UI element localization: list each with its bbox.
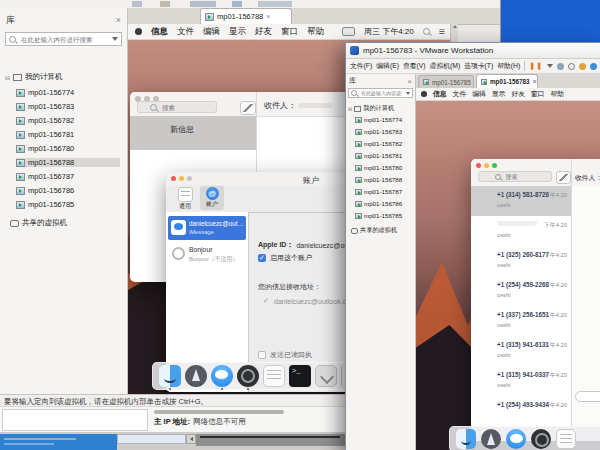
conversation-search-input[interactable] (504, 173, 536, 181)
tree-item-vm[interactable]: mp01-156782 (16, 116, 74, 125)
checkbox-unchecked-icon[interactable] (258, 351, 266, 359)
tree-item-my-computer[interactable]: ⊟ 我的计算机 (5, 72, 63, 82)
to-placeholder-smudge[interactable] (298, 103, 332, 108)
conversation-search[interactable] (478, 171, 552, 182)
tree-item-vm[interactable]: mp01-156780 (16, 144, 74, 153)
suspend-button[interactable]: ❚❚ (529, 62, 543, 70)
menu-help[interactable]: 帮助 (307, 26, 324, 38)
conversation-row[interactable]: +1 (254) 459-2268 下午4:20 ceshi (471, 276, 571, 306)
notification-center-icon[interactable]: ☰ (439, 28, 450, 36)
checkbox-gray-icon[interactable]: ✓ (262, 297, 270, 305)
finder-icon[interactable] (456, 429, 476, 449)
tree-item-vm[interactable]: mp01-156785 (355, 212, 402, 219)
library-search-input[interactable] (19, 35, 109, 44)
menu-edit[interactable]: 编辑 (203, 26, 220, 38)
conversation-search-input[interactable] (160, 103, 204, 112)
menu-file[interactable]: 文件 (453, 89, 467, 99)
menu-edit[interactable]: 编辑 (472, 89, 486, 99)
tree-item-vm[interactable]: mp01-156786 (16, 186, 74, 195)
search-dropdown-icon[interactable] (406, 92, 410, 95)
spotlight-icon[interactable] (423, 28, 430, 35)
read-receipts-row[interactable]: 发送已读回执 (258, 350, 312, 360)
menu-messages[interactable]: 信息 (151, 26, 168, 38)
menu-help[interactable]: 帮助(H) (497, 61, 520, 71)
apple-menu-icon[interactable] (135, 28, 142, 35)
account-item-imessage[interactable]: danielcuezc@outlo… iMessage (168, 216, 246, 240)
menu-view[interactable]: 显示 (229, 26, 246, 38)
snapshot-revert-icon[interactable] (579, 63, 586, 70)
snapshot-manager-icon[interactable] (590, 63, 597, 70)
tree-item-vm[interactable]: mp01-156783 (355, 128, 402, 135)
conversation-row[interactable]: +1 (315) 941-0337 下午4:20 ceshi (471, 366, 571, 396)
tree-item-vm[interactable]: mp01-156781 (16, 130, 74, 139)
conversation-search[interactable] (137, 101, 217, 113)
tree-item-vm[interactable]: mp01-156785 (16, 200, 74, 209)
conversation-row[interactable]: +1 (254) 493-9434 下午4:20 (471, 396, 571, 426)
tree-item-vm-selected[interactable]: mp01-156788 (16, 158, 120, 167)
minimize-button[interactable] (484, 163, 489, 168)
menu-vm[interactable]: 虚拟机(M) (430, 61, 461, 71)
tree-item-vm[interactable]: mp01-156788 (355, 176, 402, 183)
messages-icon[interactable] (211, 365, 233, 387)
menu-help[interactable]: 帮助 (551, 89, 565, 99)
send-ctrl-alt-del-icon[interactable] (557, 63, 564, 70)
menu-messages[interactable]: 信息 (433, 89, 447, 99)
tree-item-vm[interactable]: mp01-156783 (16, 102, 74, 111)
menu-buddies[interactable]: 好友 (511, 89, 525, 99)
menu-edit[interactable]: 编辑(E) (376, 61, 399, 71)
tree-item-vm[interactable]: mp01-156787 (16, 172, 74, 181)
tree-item-my-computer[interactable]: ⊟ 我的计算机 (348, 104, 394, 113)
tree-item-vm[interactable]: mp01-156786 (355, 200, 402, 207)
launchpad-icon[interactable] (185, 365, 207, 387)
search-dropdown-icon[interactable] (112, 37, 118, 41)
hscroll-track[interactable] (117, 434, 186, 444)
message-input[interactable]: Message (575, 391, 600, 402)
reached-at-row[interactable]: ✓ danielcuezc@outlook.com (262, 297, 356, 305)
library-search-input[interactable] (359, 89, 404, 97)
tree-item-vm[interactable]: mp01-156774 (355, 116, 402, 123)
conversation-row[interactable]: +1 (314) 581-8726 下午4:20 ceshi (471, 186, 571, 216)
compose-button[interactable] (240, 101, 256, 115)
installer-icon[interactable] (315, 365, 337, 387)
menu-view[interactable]: 显示 (492, 89, 506, 99)
zoom-button[interactable] (492, 163, 497, 168)
terminal-icon[interactable] (289, 365, 311, 387)
tab-close-icon[interactable]: × (533, 78, 537, 85)
compose-button[interactable] (556, 171, 571, 184)
menu-tabs[interactable]: 选项卡(T) (464, 61, 493, 71)
apple-menu-icon[interactable] (421, 91, 427, 97)
tree-item-vm[interactable]: mp01-156787 (355, 188, 402, 195)
taskbar-active-task[interactable] (0, 434, 117, 450)
library-close-icon[interactable]: × (407, 78, 412, 85)
tree-item-vm[interactable]: mp01-156774 (16, 88, 74, 97)
launchpad-icon[interactable] (481, 429, 501, 449)
prefs-tab-accounts[interactable]: @ 账户 (200, 186, 224, 210)
tree-item-vm[interactable]: mp01-156781 (355, 152, 402, 159)
tree-item-vm[interactable]: mp01-156780 (355, 164, 402, 171)
menu-file[interactable]: 文件 (177, 26, 194, 38)
titlebar[interactable]: mp01-156783 - VMware Workstation (346, 43, 600, 59)
tab-mp01-156785[interactable]: mp01-156785 × (418, 75, 474, 88)
menu-buddies[interactable]: 好友 (255, 26, 272, 38)
conversation-row[interactable]: +1 (325) 260-8177 下午4:20 ceshi (471, 246, 571, 276)
prefs-tab-general[interactable]: 通用 (174, 187, 196, 211)
menu-window[interactable]: 窗口 (281, 26, 298, 38)
app-wheel-icon[interactable] (531, 429, 551, 449)
textedit-icon[interactable] (556, 429, 576, 449)
tree-item-vm[interactable]: mp01-156782 (355, 140, 402, 147)
library-search[interactable] (5, 32, 122, 46)
menu-extra-icon[interactable] (342, 27, 355, 36)
menu-view[interactable]: 查看(V) (403, 61, 426, 71)
tree-item-shared-vms[interactable]: 共享的虚拟机 (351, 226, 397, 235)
hscroll-left-arrow[interactable] (186, 434, 196, 444)
enable-account-row[interactable]: ✓ 启用这个账户 (258, 253, 312, 263)
tab-mp01-156788[interactable]: mp01-156788 × (200, 8, 292, 24)
menu-file[interactable]: 文件(F) (350, 61, 372, 71)
conversation-row[interactable]: +1 (315) 941-6131 下午4:20 ceshi (471, 336, 571, 366)
tab-close-icon[interactable]: × (266, 13, 270, 20)
textedit-icon[interactable] (263, 365, 285, 387)
tree-item-shared-vms[interactable]: 共享的虚拟机 (10, 218, 67, 228)
app-wheel-icon[interactable] (237, 365, 259, 387)
messages-icon[interactable] (506, 429, 526, 449)
account-item-bonjour[interactable]: Bonjour Bonjour（不适用） (168, 242, 246, 266)
